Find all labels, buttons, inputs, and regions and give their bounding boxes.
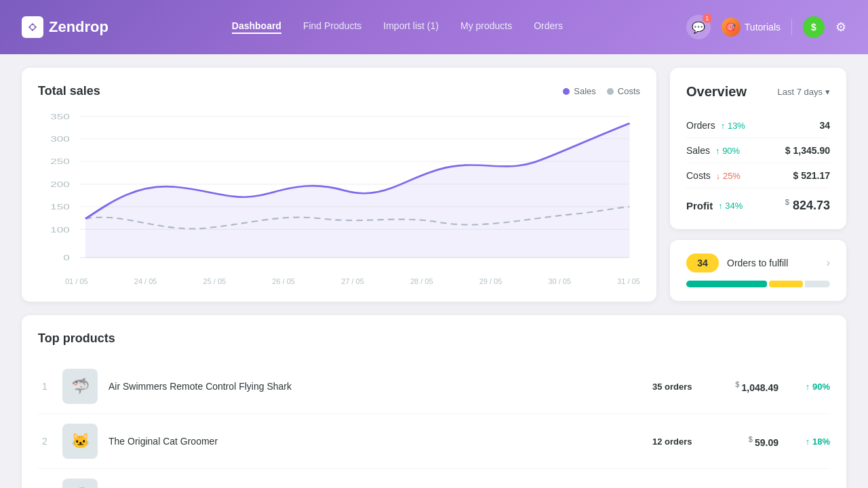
product-change-1: ↑ 90% [789,382,830,392]
overview-title: Overview [686,84,747,100]
fulfill-count: 34 [686,253,719,272]
period-label: Last 7 days [778,87,823,97]
notification-badge: 1 [703,14,712,23]
product-image-2: 🐱 [62,424,98,459]
product-emoji-1: 🦈 [71,378,90,395]
costs-label: Costs [686,170,711,181]
svg-text:0: 0 [63,253,70,262]
product-row-2: 2 🐱 The Original Cat Groomer 12 orders $… [38,414,830,469]
right-column: Overview Last 7 days ▾ Orders ↑ 13% 34 [670,68,846,302]
sales-change: ↑ 90% [715,146,740,156]
fulfill-arrow-icon[interactable]: › [827,257,830,269]
progress-gray [805,281,830,287]
profit-row: Profit ↑ 34% $ 824.73 [686,188,830,213]
top-products-card: Top products 1 🦈 Air Swimmers Remote Con… [22,315,846,488]
profit-label: Profit [686,200,713,211]
header-divider [791,19,792,35]
product-emoji-2: 🐱 [71,432,90,450]
nav-dashboard[interactable]: Dashboard [232,20,281,34]
svg-text:150: 150 [50,203,70,211]
overview-row-costs: Costs ↓ 25% $ 521.17 [686,163,830,188]
overview-card: Overview Last 7 days ▾ Orders ↑ 13% 34 [670,68,846,229]
chevron-down-icon: ▾ [825,87,830,97]
progress-yellow [769,281,802,287]
fulfill-progress-bar [686,281,830,287]
legend-dot-costs [607,88,614,95]
products-title: Top products [38,331,830,346]
product-price-1: $ 1,048.49 [717,380,778,393]
progress-green [686,281,767,287]
x-label-3: 26 / 05 [272,277,295,285]
header-right: 💬 1 🎯 Tutorials $ ⚙ [686,15,846,39]
product-name-1[interactable]: Air Swimmers Remote Control Flying Shark [108,381,642,392]
profit-change: ↑ 34% [718,201,743,211]
svg-text:100: 100 [50,225,70,234]
tutorials-button[interactable]: 🎯 Tutorials [722,18,781,37]
nav-orders[interactable]: Orders [534,20,563,34]
orders-value: 34 [819,120,830,131]
product-change-2: ↑ 18% [789,436,830,447]
profit-value: $ 824.73 [785,198,830,213]
x-label-2: 25 / 05 [203,277,226,285]
legend-costs: Costs [607,86,640,96]
sales-chart: 350 300 250 200 150 100 0 [38,109,640,272]
tutorials-label: Tutorials [745,22,781,33]
product-price-2: $ 59.09 [717,435,778,448]
nav-import-list[interactable]: Import list (1) [383,20,439,34]
total-sales-card: Total sales Sales Costs [22,68,656,302]
x-label-4: 27 / 05 [341,277,364,285]
x-label-7: 30 / 05 [548,277,571,285]
x-label-1: 24 / 05 [134,277,157,285]
chart-x-labels: 01 / 05 24 / 05 25 / 05 26 / 05 27 / 05 … [38,274,640,285]
settings-button[interactable]: ⚙ [835,20,846,35]
profit-left: Profit ↑ 34% [686,200,743,211]
chart-title: Total sales [38,84,100,98]
chart-header: Total sales Sales Costs [38,84,640,98]
product-currency-2: $ [749,435,755,443]
product-row-3: 3 📿 Expanding Photo Locket 9 orders $ 12… [38,469,830,488]
product-image-1: 🦈 [62,369,98,404]
x-label-5: 28 / 05 [410,277,433,285]
legend-sales-label: Sales [574,86,596,96]
nav-find-products[interactable]: Find Products [303,20,361,34]
product-orders-1: 35 orders [652,382,707,392]
x-label-6: 29 / 05 [479,277,502,285]
product-row-1: 1 🦈 Air Swimmers Remote Control Flying S… [38,359,830,414]
billing-button[interactable]: $ [803,16,825,38]
legend-costs-label: Costs [618,86,640,96]
svg-point-0 [31,25,35,29]
x-label-8: 31 / 05 [617,277,640,285]
fulfill-card: 34 Orders to fulfill › [670,240,846,301]
overview-left-orders: Orders ↑ 13% [686,120,745,131]
product-rank-1: 1 [38,381,52,392]
tutorials-icon: 🎯 [722,18,741,37]
chart-legend: Sales Costs [563,86,640,96]
fulfill-text: Orders to fulfill [727,258,818,268]
overview-row-orders: Orders ↑ 13% 34 [686,113,830,138]
orders-change: ↑ 13% [721,121,745,131]
logo-text: Zendrop [49,18,108,36]
period-selector[interactable]: Last 7 days ▾ [778,87,831,97]
costs-value: $ 521.17 [793,170,831,181]
legend-dot-sales [563,88,570,95]
product-rank-2: 2 [38,436,52,447]
profit-currency: $ [785,198,789,206]
logo: Zendrop [22,16,108,38]
overview-left-sales: Sales ↑ 90% [686,145,740,156]
main-content: Total sales Sales Costs [0,54,868,488]
sales-label: Sales [686,145,710,156]
header: Zendrop Dashboard Find Products Import l… [0,0,868,54]
nav-my-products[interactable]: My products [460,20,512,34]
main-nav: Dashboard Find Products Import list (1) … [141,20,654,34]
product-name-2[interactable]: The Original Cat Groomer [108,436,642,447]
overview-header: Overview Last 7 days ▾ [686,84,830,100]
costs-change: ↓ 25% [716,171,741,181]
sales-value: $ 1,345.90 [785,145,830,156]
svg-text:300: 300 [50,135,70,144]
profit-amount: 824.73 [793,199,830,212]
svg-text:200: 200 [50,180,70,189]
product-image-3: 📿 [62,479,98,488]
product-currency-1: $ [735,380,741,388]
chat-button[interactable]: 💬 1 [686,15,711,39]
overview-row-sales: Sales ↑ 90% $ 1,345.90 [686,138,830,163]
